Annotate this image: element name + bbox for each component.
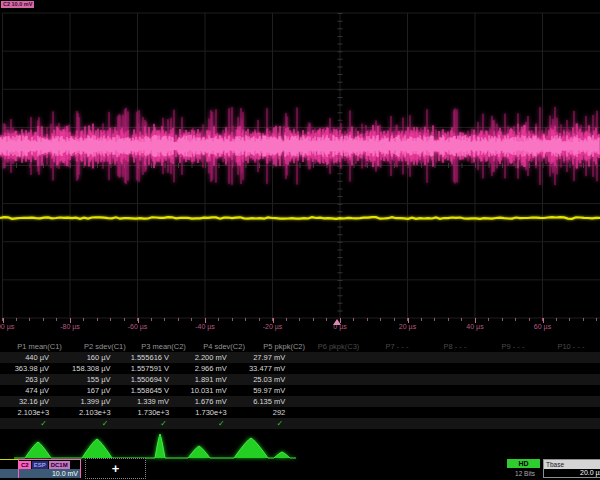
param-value	[420, 396, 480, 407]
c2-channel-badge: C2	[19, 461, 31, 469]
param-value: 1.730e+3	[183, 407, 241, 418]
param-value	[480, 363, 540, 374]
param-value	[299, 352, 360, 363]
param-value	[540, 407, 600, 418]
oscilloscope-screen: C2 10.0 mV -100 µs-80 µs-60 µs-40 µs-20 …	[0, 0, 600, 480]
param-value: 32.16 µV	[0, 396, 63, 407]
param-value: 158.308 µV	[63, 363, 125, 374]
param-header-3[interactable]: P3 mean(C2)	[130, 341, 190, 352]
add-trace-drop-zone[interactable]: +	[85, 458, 146, 479]
param-value: 1.550694 V	[125, 374, 183, 385]
axis-label: -100 µs	[0, 323, 14, 330]
hd-mode-badge[interactable]: HD	[507, 459, 540, 468]
param-value	[540, 396, 600, 407]
param-value: 2.103e+3	[0, 407, 63, 418]
param-value: 1.399 µV	[63, 396, 125, 407]
param-value: 2.103e+3	[63, 407, 125, 418]
param-value: 27.97 mV	[241, 352, 299, 363]
param-value	[480, 407, 540, 418]
param-value	[299, 407, 360, 418]
timebase-title: Tbase	[544, 460, 600, 469]
table-row-mean: 363.98 µV158.308 µV1.557591 V2.966 mV33.…	[0, 363, 600, 374]
param-value: 1.558645 V	[125, 385, 183, 396]
axis-label: -80 µs	[60, 323, 80, 330]
table-row-sdev: 32.16 µV1.399 µV1.339 mV1.676 mV6.135 mV	[0, 396, 600, 407]
timebase-descriptor[interactable]: Tbase 20.0 µs/div	[543, 459, 600, 478]
param-value	[360, 363, 420, 374]
param-value: 2.966 mV	[183, 363, 241, 374]
waveform-traces	[0, 0, 600, 340]
param-value: 1.891 mV	[183, 374, 241, 385]
param-header-8[interactable]: P8 - - -	[426, 341, 484, 352]
param-header-5[interactable]: P5 pkpk(C2)	[249, 341, 309, 352]
trigger-position-marker[interactable]	[333, 319, 341, 325]
param-header-10[interactable]: P10 - - -	[542, 341, 600, 352]
axis-label: 20 µs	[399, 323, 416, 330]
table-row-value: 440 µV160 µV1.555616 V2.200 mV27.97 mV	[0, 352, 600, 363]
param-value: 1.555616 V	[125, 352, 183, 363]
param-value: 33.477 mV	[241, 363, 299, 374]
timebase-value: 20.0 µs/div	[544, 469, 600, 477]
waveform-grid-area[interactable]: C2 10.0 mV	[0, 0, 600, 340]
param-value	[540, 385, 600, 396]
param-header-2[interactable]: P2 sdev(C1)	[66, 341, 130, 352]
param-value	[480, 352, 540, 363]
param-header-9[interactable]: P9 - - -	[484, 341, 542, 352]
param-value: 155 µV	[63, 374, 125, 385]
axis-label: 60 µs	[534, 323, 551, 330]
param-header-4[interactable]: P4 sdev(C2)	[190, 341, 249, 352]
param-header-6[interactable]: P6 pkpk(C3)	[309, 341, 368, 352]
param-value	[299, 374, 360, 385]
param-value: 6.135 mV	[241, 396, 299, 407]
c2-coupling-badge: DC1M	[49, 461, 70, 469]
param-value	[360, 396, 420, 407]
param-value: 292	[241, 407, 299, 418]
c2-esp-badge: ESP	[32, 461, 48, 469]
param-value	[420, 352, 480, 363]
descriptor-bar: DC1M 20.0 mV C2 ESP DC1M 10.0 mV + HD 12…	[0, 456, 600, 480]
param-value: 59.97 mV	[241, 385, 299, 396]
param-value: 474 µV	[0, 385, 63, 396]
param-value	[420, 385, 480, 396]
param-value: 363.98 µV	[0, 363, 63, 374]
param-value: 167 µV	[63, 385, 125, 396]
param-value: 1.557591 V	[125, 363, 183, 374]
param-value	[299, 363, 360, 374]
param-value: 1.730e+3	[125, 407, 183, 418]
c2-volts-per-div: 10.0 mV	[19, 469, 80, 478]
time-axis: -100 µs-80 µs-60 µs-40 µs-20 µs0 µs20 µs…	[0, 318, 600, 334]
param-value	[420, 407, 480, 418]
param-value	[360, 385, 420, 396]
table-header-row: P1 mean(C1)P2 sdev(C1)P3 mean(C2)P4 sdev…	[0, 341, 600, 352]
param-header-1[interactable]: P1 mean(C1)	[0, 341, 66, 352]
param-value	[480, 374, 540, 385]
channel-c2-descriptor[interactable]: C2 ESP DC1M 10.0 mV	[18, 459, 81, 478]
param-value	[299, 385, 360, 396]
param-value	[540, 352, 600, 363]
param-header-7[interactable]: P7 - - -	[368, 341, 426, 352]
table-row-max: 474 µV167 µV1.558645 V10.031 mV59.97 mV	[0, 385, 600, 396]
param-value	[360, 352, 420, 363]
param-value: 25.03 mV	[241, 374, 299, 385]
table-row-num: 2.103e+32.103e+31.730e+31.730e+3292	[0, 407, 600, 418]
param-value	[360, 407, 420, 418]
axis-label: 40 µs	[466, 323, 483, 330]
table-row-min: 263 µV155 µV1.550694 V1.891 mV25.03 mV	[0, 374, 600, 385]
param-value: 263 µV	[0, 374, 63, 385]
param-value	[480, 385, 540, 396]
param-value: 10.031 mV	[183, 385, 241, 396]
hd-bits-label: 12 Bits	[507, 470, 543, 477]
param-value	[480, 396, 540, 407]
axis-label: -60 µs	[128, 323, 148, 330]
param-value: 440 µV	[0, 352, 63, 363]
param-value	[540, 374, 600, 385]
param-value	[420, 363, 480, 374]
axis-label: -20 µs	[263, 323, 283, 330]
param-value: 1.339 mV	[125, 396, 183, 407]
param-value: 160 µV	[63, 352, 125, 363]
param-value	[420, 374, 480, 385]
param-value	[540, 363, 600, 374]
param-value	[360, 374, 420, 385]
axis-label: -40 µs	[195, 323, 215, 330]
param-value	[299, 396, 360, 407]
